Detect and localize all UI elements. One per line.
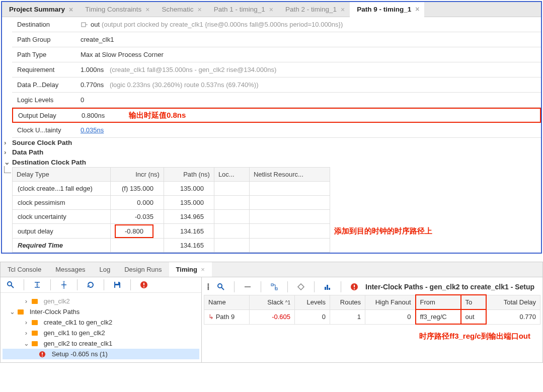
close-icon[interactable]: × (198, 6, 202, 14)
path-group-value: create_clk1 (77, 33, 117, 46)
search-icon[interactable] (6, 280, 16, 290)
table-row[interactable]: (clock create...1 fall edge)(f) 135.0001… (13, 182, 541, 196)
data-path-section[interactable]: ›Data Path (2, 147, 541, 157)
svg-rect-13 (325, 287, 326, 290)
tree-item-cutoff[interactable]: › gen_clk2 (3, 296, 199, 306)
schematic-icon[interactable] (296, 282, 306, 292)
tab-timing[interactable]: Timing × (169, 262, 212, 277)
bottom-tabs: Tcl Console Messages Log Design Runs Tim… (1, 262, 542, 277)
error-icon[interactable] (349, 282, 359, 292)
dest-clock-path-section[interactable]: ⌄Destination Clock Path (2, 157, 541, 167)
svg-rect-8 (42, 352, 43, 354)
close-icon[interactable]: × (201, 266, 205, 273)
summary-table: Destination out (output port clocked by … (2, 17, 541, 138)
svg-rect-14 (327, 285, 328, 290)
error-icon (39, 351, 46, 358)
tab-design-runs[interactable]: Design Runs (117, 262, 169, 277)
tab-path1[interactable]: Path 1 - timing_1× (207, 2, 278, 17)
close-icon[interactable]: × (415, 5, 419, 13)
left-toolbar (1, 277, 201, 293)
dest-path-annotation: 添加到目的时钟的时序路径上 (334, 226, 432, 235)
col-routes[interactable]: Routes (330, 295, 365, 309)
col-incr[interactable]: Incr (ns) (111, 168, 164, 182)
clock-uncert-label: Clock U...tainty (12, 124, 77, 136)
tab-timing-constraints[interactable]: Timing Constraints× (78, 2, 154, 17)
tab-project-summary[interactable]: Project Summary× (2, 2, 78, 17)
error-icon[interactable] (139, 280, 149, 290)
svg-rect-0 (82, 23, 86, 27)
paths-title: Inter-Clock Paths - gen_clk2 to create_c… (365, 283, 534, 291)
reload-icon[interactable] (86, 280, 96, 290)
output-port-icon (81, 21, 89, 29)
collapse-icon[interactable] (32, 280, 42, 290)
svg-rect-9 (42, 355, 43, 356)
destination-value: out (91, 21, 100, 28)
col-fanout[interactable]: High Fanout (365, 295, 416, 309)
path-group-label: Path Group (12, 33, 77, 46)
table-row[interactable]: ↳ Path 9 -0.605 0 1 0 ff3_reg/C out 0.77… (204, 309, 540, 324)
svg-rect-5 (143, 283, 144, 285)
table-row[interactable]: output delay -0.800 134.165 添加到目的时钟的时序路径… (13, 224, 541, 239)
tab-log[interactable]: Log (92, 262, 117, 277)
path-type-label: Path Type (12, 48, 77, 61)
tree-item-clk1-to-gen2[interactable]: › create_clk1 to gen_clk2 (3, 317, 199, 328)
paths-table: Name Slack ^1 Levels Routes High Fanout … (204, 294, 540, 325)
tree-item-interclock[interactable]: ⌄ Inter-Clock Paths (3, 306, 199, 317)
close-icon[interactable]: × (341, 6, 345, 14)
tab-path2[interactable]: Path 2 - timing_1× (278, 2, 350, 17)
col-delay-type[interactable]: Delay Type (13, 168, 111, 182)
data-delay-value: 0.770ns (81, 81, 104, 89)
histogram-icon[interactable] (323, 282, 333, 292)
tree-item-setup[interactable]: Setup -0.605 ns (1) (3, 349, 199, 359)
expand-icon[interactable] (59, 280, 69, 290)
svg-rect-3 (115, 285, 119, 288)
svg-rect-2 (115, 282, 118, 284)
splitter-handle-icon[interactable]: ⁞ (207, 281, 210, 292)
tab-tcl-console[interactable]: Tcl Console (1, 262, 48, 277)
top-tabs: Project Summary× Timing Constraints× Sch… (2, 2, 541, 17)
paths-pane: ⁞ Inter-Clock Paths - gen_clk2 to create… (202, 277, 542, 362)
path-arrow-icon: ↳ (208, 313, 214, 321)
close-icon[interactable]: × (145, 6, 149, 14)
svg-point-10 (218, 284, 222, 288)
output-delay-incr: -0.800 (115, 224, 153, 238)
col-to[interactable]: To (461, 295, 486, 309)
close-icon[interactable]: × (69, 6, 73, 14)
source-clock-path-section[interactable]: ›Source Clock Path (2, 138, 541, 147)
clock-uncert-value[interactable]: 0.035ns (81, 126, 104, 134)
requirement-label: Requirement (12, 63, 77, 76)
table-row[interactable]: clock pessimism0.000135.000 (13, 196, 541, 210)
col-loc[interactable]: Loc... (214, 168, 249, 182)
save-icon[interactable] (112, 280, 122, 290)
table-row[interactable]: Required Time134.165 (13, 239, 541, 253)
col-from[interactable]: From (416, 295, 461, 309)
col-name[interactable]: Name (204, 295, 250, 309)
bottom-panel: Tcl Console Messages Log Design Runs Tim… (0, 262, 543, 363)
col-path[interactable]: Path (ns) (164, 168, 214, 182)
col-slack[interactable]: Slack ^1 (250, 295, 295, 309)
tree-item-gen2-to-clk1[interactable]: ⌄ gen_clk2 to create_clk1 (3, 338, 199, 349)
col-netlist[interactable]: Netlist Resourc... (249, 168, 330, 182)
data-delay-extra: (logic 0.233ns (30.260%) route 0.537ns (… (110, 81, 259, 89)
search-icon[interactable] (216, 282, 226, 292)
tab-schematic[interactable]: Schematic× (154, 2, 206, 17)
requirement-value: 1.000ns (81, 66, 104, 73)
table-row[interactable]: clock uncertainty-0.035134.965 (13, 210, 541, 224)
col-levels[interactable]: Levels (295, 295, 330, 309)
path-icon[interactable] (269, 282, 279, 292)
tab-path9[interactable]: Path 9 - timing_1× (350, 2, 424, 17)
svg-rect-17 (354, 285, 355, 287)
requirement-extra: (create_clk1 fall@135.000ns - gen_clk2 r… (110, 66, 276, 73)
destination-extra: (output port clocked by create_clk1 {ris… (102, 21, 343, 28)
svg-rect-11 (271, 284, 273, 286)
minus-icon[interactable] (243, 282, 253, 292)
tab-messages[interactable]: Messages (48, 262, 92, 277)
tree-item-gen1-to-gen2[interactable]: › gen_clk1 to gen_clk2 (3, 328, 199, 338)
output-delay-annotation: 输出时延值0.8ns (129, 111, 186, 120)
logic-levels-value: 0 (77, 94, 87, 106)
svg-rect-15 (329, 288, 330, 290)
close-icon[interactable]: × (269, 6, 273, 14)
output-delay-value: 0.800ns (79, 109, 119, 122)
col-total-delay[interactable]: Total Delay (486, 295, 540, 309)
logic-levels-label: Logic Levels (12, 94, 77, 106)
